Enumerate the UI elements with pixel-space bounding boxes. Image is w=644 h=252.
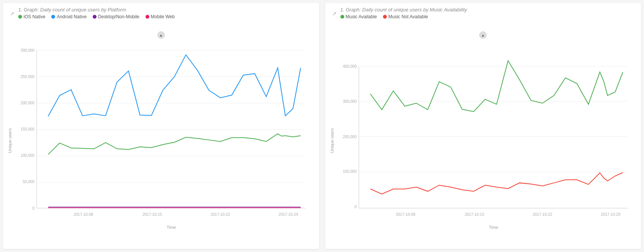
svg-text:Time: Time (489, 225, 498, 230)
legend-available-dot (340, 15, 344, 19)
left-y-axis-label: Unique users (8, 128, 12, 153)
svg-text:Time: Time (167, 225, 176, 230)
svg-text:50,000: 50,000 (23, 180, 35, 184)
legend-not-available: Music Not Available (383, 14, 428, 19)
svg-text:0: 0 (32, 206, 35, 211)
right-y-axis-label: Unique users (330, 128, 334, 153)
right-expand-icon[interactable]: ↗ (332, 11, 337, 17)
svg-text:200,000: 200,000 (343, 135, 357, 139)
right-chart-legend: Music Available Music Not Available (329, 14, 635, 19)
svg-text:2017-10-08: 2017-10-08 (74, 212, 93, 217)
ios-line (48, 134, 301, 155)
left-collapse-button[interactable]: ▲ (157, 31, 165, 39)
legend-desktop-dot (93, 15, 97, 19)
legend-mobile-dot (146, 15, 149, 19)
available-line (370, 61, 623, 112)
svg-text:100,000: 100,000 (343, 169, 357, 174)
legend-desktop: Desktop/Non-Mobile (93, 14, 139, 19)
legend-not-available-label: Music Not Available (388, 14, 428, 19)
right-chart-panel: ↗ 1. Graph: Daily count of unique users … (325, 3, 641, 249)
svg-text:100,000: 100,000 (21, 153, 35, 158)
legend-ios: iOS Native (18, 14, 45, 19)
left-chart-svg: Unique users 300,000 250,000 200,000 150… (7, 21, 313, 245)
right-chart-area: Unique users 400,000 300,000 200,000 100… (329, 21, 635, 245)
legend-android-dot (51, 15, 55, 19)
legend-ios-dot (18, 15, 22, 19)
legend-not-available-dot (383, 15, 387, 19)
left-chart-legend: iOS Native Android Native Desktop/Non-Mo… (7, 14, 313, 19)
svg-text:300,000: 300,000 (21, 48, 35, 53)
right-chart-title: 1. Graph: Daily count of unique users by… (340, 7, 635, 13)
svg-text:400,000: 400,000 (343, 64, 357, 69)
svg-text:200,000: 200,000 (21, 101, 35, 105)
legend-android: Android Native (51, 14, 87, 19)
svg-text:2017-10-15: 2017-10-15 (142, 212, 162, 217)
right-chart-svg: Unique users 400,000 300,000 200,000 100… (329, 21, 635, 245)
legend-mobile-label: Mobile Web (151, 14, 175, 19)
svg-text:300,000: 300,000 (343, 99, 357, 104)
legend-android-label: Android Native (57, 14, 87, 19)
left-chart-title: 1. Graph: Daily count of unique users by… (18, 7, 313, 13)
svg-text:2017-10-08: 2017-10-08 (396, 212, 415, 217)
svg-text:2017-10-29: 2017-10-29 (278, 212, 298, 217)
left-expand-icon[interactable]: ↗ (10, 11, 14, 17)
android-line (48, 55, 301, 116)
svg-text:0: 0 (354, 205, 356, 209)
right-collapse-button[interactable]: ▲ (479, 31, 487, 39)
svg-text:2017-10-22: 2017-10-22 (533, 212, 552, 217)
legend-mobile-web: Mobile Web (146, 14, 175, 19)
legend-available-label: Music Available (346, 14, 377, 19)
svg-text:150,000: 150,000 (21, 127, 35, 131)
svg-text:2017-10-29: 2017-10-29 (601, 212, 620, 217)
svg-text:2017-10-15: 2017-10-15 (464, 212, 484, 217)
left-chart-area: Unique users 300,000 250,000 200,000 150… (7, 21, 313, 245)
not-available-line (370, 172, 623, 194)
svg-text:250,000: 250,000 (21, 75, 35, 79)
legend-available: Music Available (340, 14, 377, 19)
svg-text:2017-10-22: 2017-10-22 (210, 212, 230, 217)
legend-desktop-label: Desktop/Non-Mobile (98, 14, 139, 19)
legend-ios-label: iOS Native (24, 14, 45, 19)
left-chart-panel: ↗ 1. Graph: Daily count of unique users … (3, 3, 319, 249)
